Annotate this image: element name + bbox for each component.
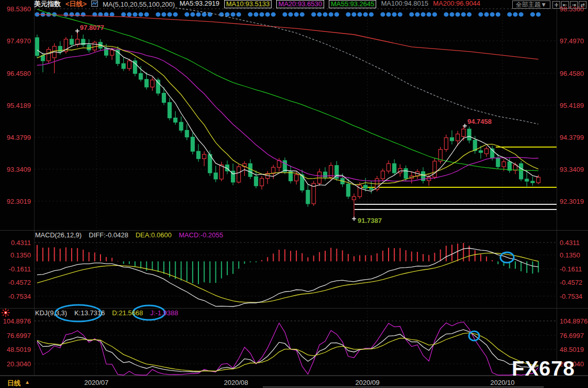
event-dot — [254, 12, 258, 17]
event-dot — [513, 12, 517, 17]
event-dot — [519, 12, 524, 17]
candle-body — [191, 137, 194, 152]
alert-sun-icon[interactable] — [1, 308, 10, 319]
time-axis-bar[interactable]: 日线 ▲ 2020/072020/082020/092020/10 — [0, 376, 588, 388]
candle-body — [87, 45, 91, 50]
event-dot — [351, 12, 356, 17]
date-label: 2020/08 — [224, 379, 248, 386]
event-dot — [265, 12, 270, 17]
ma-legend-item[interactable]: MA55:93.2645 — [329, 0, 377, 8]
period-up-arrow-icon[interactable]: ▲ — [25, 379, 30, 385]
event-dot — [536, 12, 541, 17]
candle-body — [260, 179, 264, 186]
y-axis-label: 0.1350 — [560, 251, 580, 259]
event-dot — [380, 12, 385, 17]
event-dot — [156, 12, 160, 17]
candle-body — [179, 122, 183, 131]
fit-right-icon[interactable]: ⇥ — [570, 1, 578, 9]
chart-canvas[interactable]: 97.807794.745891.7387 — [0, 0, 588, 388]
event-dot — [202, 12, 207, 17]
y-axis-label: 94.3799 — [560, 134, 584, 141]
event-dot — [409, 12, 414, 17]
event-dot — [461, 12, 466, 17]
event-dot — [484, 12, 489, 17]
event-dot — [490, 12, 495, 17]
event-dot — [444, 12, 448, 17]
event-dot — [144, 12, 149, 17]
event-dot — [161, 12, 166, 17]
candle-body — [485, 149, 489, 154]
event-dot — [334, 12, 339, 17]
price-annotation: 97.8077 — [80, 24, 104, 31]
event-dot — [196, 12, 200, 17]
ma-legend: MA5:93.2919MA10:93.5133MA20:93.6530MA55:… — [179, 0, 480, 8]
ma55-line — [37, 9, 539, 171]
event-dot — [432, 12, 437, 17]
indicator-value-label: J:-1.9388 — [150, 309, 178, 317]
y-axis-label: 92.3019 — [0, 198, 31, 205]
event-dot — [386, 12, 391, 17]
price-annotation: 94.7458 — [467, 118, 492, 125]
event-dot — [139, 12, 143, 17]
event-dot — [456, 12, 460, 17]
candle-body — [462, 129, 465, 136]
event-dot — [398, 12, 402, 17]
candle-body — [156, 80, 160, 93]
candle-body — [525, 179, 529, 181]
candle-body — [272, 167, 275, 173]
chart-header: 美元指数 <日线> MA(5,10,20,55,100,200) MA5:93.… — [34, 0, 480, 8]
candle-body — [502, 162, 506, 167]
y-axis-label: -0.1611 — [560, 265, 582, 273]
kdj-panel-title: KDJ(9,3,3)K:13.7316D:21.5668J:-1.9388 — [35, 309, 178, 317]
candle-body — [496, 158, 500, 167]
ma20-line — [37, 48, 539, 181]
toolbar-icons: ✛⇤⇥⇄ — [552, 1, 586, 9]
symbol-name: 美元指数 — [34, 0, 61, 9]
indicator-value-label: DIFF:-0.0428 — [89, 231, 128, 239]
candle-body — [433, 161, 436, 177]
price-annotation: 91.7387 — [358, 217, 382, 224]
candle-body — [93, 42, 96, 50]
date-label: 2020/07 — [85, 379, 109, 386]
candle-body — [404, 169, 408, 179]
event-dot — [237, 12, 241, 17]
pan-icon[interactable]: ✛ — [552, 1, 560, 9]
footer-period-label[interactable]: 日线 — [7, 379, 21, 388]
event-dot — [311, 12, 316, 17]
event-dot — [127, 12, 131, 17]
event-dot — [496, 12, 500, 17]
watermark: FX678 — [512, 357, 575, 380]
y-axis-label: 92.3019 — [560, 198, 584, 205]
event-dot — [184, 12, 189, 17]
candle-body — [168, 103, 172, 118]
event-dot — [317, 12, 322, 17]
y-axis-label: 0.1350 — [0, 251, 31, 259]
fit-left-icon[interactable]: ⇤ — [561, 1, 569, 9]
ma-legend-item[interactable]: MA10:93.5133 — [224, 0, 272, 8]
candle-body — [352, 197, 356, 200]
y-axis-label: 96.4580 — [560, 70, 584, 77]
candle-body — [185, 130, 189, 137]
ma-legend-item[interactable]: MA20:93.6530 — [276, 0, 324, 8]
macd-panel-title: MACD(26,12,9)DIFF:-0.0428DEA:0.0600MACD:… — [35, 231, 223, 239]
candle-body — [197, 151, 200, 158]
event-dot — [300, 12, 305, 17]
indicator-value-label: D:21.5668 — [112, 309, 143, 317]
candle-body — [110, 50, 114, 55]
expand-pane-icon[interactable]: ⇄ — [579, 1, 586, 9]
event-dot — [478, 12, 483, 17]
y-axis-label: 48.5019 — [560, 346, 584, 353]
candle-body — [393, 164, 396, 173]
y-axis-label: 48.5019 — [0, 346, 31, 353]
event-dot — [288, 12, 293, 17]
candle-body — [203, 154, 206, 158]
y-axis-label: 94.3799 — [0, 134, 31, 141]
ma-legend-item: MA5:93.2919 — [179, 0, 219, 8]
theme-dropdown[interactable]: 全部主题▼ — [512, 1, 550, 9]
y-axis-label: -0.7534 — [0, 293, 31, 300]
event-dot — [132, 12, 137, 17]
y-axis-label: -0.1611 — [0, 265, 31, 273]
y-axis-label: 20.3040 — [0, 360, 31, 368]
event-dot — [415, 12, 419, 17]
event-dot — [392, 12, 397, 17]
